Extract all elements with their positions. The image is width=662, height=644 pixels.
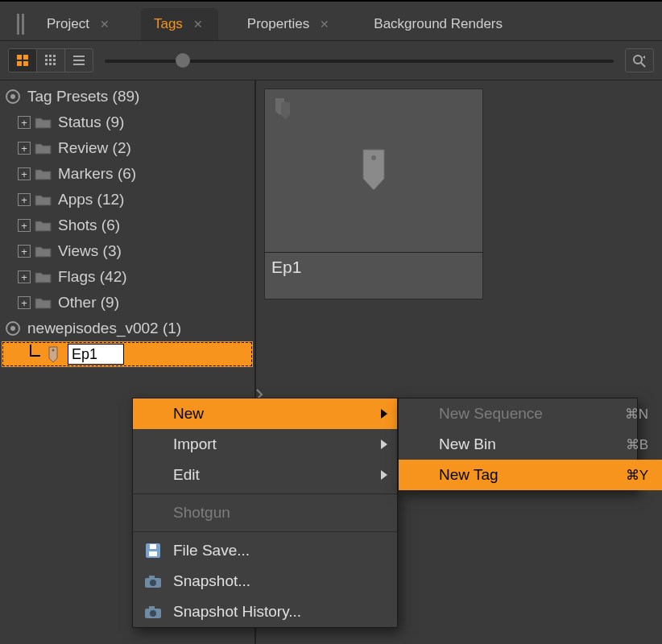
tab-properties[interactable]: Properties ✕ xyxy=(234,8,345,40)
tab-bar: Project ✕ Tags ✕ Properties ✕ Background… xyxy=(0,2,662,41)
tree-label: Status (9) xyxy=(58,114,124,131)
menu-file-save[interactable]: File Save... xyxy=(133,535,397,566)
tree-folder-status[interactable]: + Status (9) xyxy=(2,109,253,135)
tab-label: Properties xyxy=(247,16,309,32)
svg-point-31 xyxy=(150,580,156,586)
menu-shortcut: ⌘N xyxy=(625,406,648,423)
svg-point-34 xyxy=(150,610,156,617)
tab-background-renders[interactable]: Background Renders xyxy=(361,8,515,40)
disk-icon xyxy=(143,542,163,559)
svg-point-21 xyxy=(10,94,15,99)
menu-new[interactable]: New xyxy=(133,398,397,429)
tree-root-presets[interactable]: Tag Presets (89) xyxy=(2,84,253,109)
tree-label: Flags (42) xyxy=(58,268,127,286)
menu-shortcut: ⌘Y xyxy=(626,467,648,484)
tree-userfile[interactable]: newepisodes_v002 (1) xyxy=(2,316,253,341)
view-grid-small-button[interactable] xyxy=(37,49,65,72)
slider-thumb[interactable] xyxy=(176,53,190,68)
expander-icon[interactable]: + xyxy=(18,245,31,258)
svg-rect-12 xyxy=(45,63,48,65)
svg-rect-10 xyxy=(49,59,52,61)
tree-tag-ep1[interactable]: Ep1 xyxy=(2,341,253,367)
tag-tree[interactable]: Tag Presets (89) + Status (9) + Review (… xyxy=(0,80,254,370)
tab-label: Tags xyxy=(154,16,183,32)
tab-project[interactable]: Project ✕ xyxy=(34,8,125,40)
tree-elbow-icon xyxy=(27,345,43,364)
view-list-button[interactable] xyxy=(65,49,93,72)
folder-icon xyxy=(34,269,53,285)
menu-snapshot-history[interactable]: Snapshot History... xyxy=(133,597,397,627)
document-icon xyxy=(3,320,23,336)
folder-icon xyxy=(34,140,53,156)
tag-name-input[interactable]: Ep1 xyxy=(68,344,124,365)
camera-icon xyxy=(143,603,163,621)
thumbnail-label: Ep1 xyxy=(265,252,482,282)
camera-icon xyxy=(143,572,163,590)
toolbar xyxy=(0,41,662,80)
svg-rect-9 xyxy=(45,59,48,61)
folder-icon xyxy=(34,217,53,233)
expander-icon[interactable]: + xyxy=(18,116,31,129)
tree-folder-markers[interactable]: + Markers (6) xyxy=(2,161,253,187)
menu-new-tag[interactable]: New Tag ⌘Y xyxy=(399,460,662,490)
expander-icon[interactable]: + xyxy=(18,193,31,206)
tree-folder-views[interactable]: + Views (3) xyxy=(2,238,253,264)
view-grid-large-button[interactable] xyxy=(9,49,37,72)
tree-folder-flags[interactable]: + Flags (42) xyxy=(2,264,253,290)
svg-point-24 xyxy=(52,349,55,352)
svg-rect-15 xyxy=(73,56,85,57)
menu-label: New xyxy=(173,405,204,423)
tab-label: Project xyxy=(47,16,89,32)
expander-icon[interactable]: + xyxy=(18,142,31,155)
tree-folder-apps[interactable]: + Apps (12) xyxy=(2,187,253,213)
svg-rect-28 xyxy=(150,544,156,549)
close-icon[interactable]: ✕ xyxy=(317,17,332,31)
tree-label: Markers (6) xyxy=(58,165,136,183)
tree-folder-other[interactable]: + Other (9) xyxy=(2,290,253,316)
close-icon[interactable]: ✕ xyxy=(97,17,112,31)
svg-line-19 xyxy=(641,63,645,67)
svg-rect-8 xyxy=(53,55,56,57)
menu-shortcut: ⌘B xyxy=(626,436,648,453)
tab-tags[interactable]: Tags ✕ xyxy=(141,8,218,40)
svg-rect-5 xyxy=(23,61,28,66)
context-submenu-new[interactable]: New Sequence ⌘N New Bin ⌘B New Tag ⌘Y xyxy=(398,398,638,491)
tag-icon xyxy=(43,346,63,362)
svg-rect-0 xyxy=(17,14,19,35)
expander-icon[interactable]: + xyxy=(18,219,31,232)
menu-edit[interactable]: Edit xyxy=(133,460,397,490)
context-menu[interactable]: New Import Edit Shotgun File Save... Sna… xyxy=(132,398,398,628)
menu-label: File Save... xyxy=(173,542,250,559)
svg-rect-14 xyxy=(53,63,56,65)
svg-rect-6 xyxy=(45,55,48,57)
tag-icon xyxy=(271,96,299,123)
search-button[interactable] xyxy=(625,48,654,72)
menu-snapshot[interactable]: Snapshot... xyxy=(133,566,397,597)
tree-folder-review[interactable]: + Review (2) xyxy=(2,135,253,161)
thumbnail-size-slider[interactable] xyxy=(105,56,614,64)
menu-new-bin[interactable]: New Bin ⌘B xyxy=(399,429,662,460)
folder-icon xyxy=(34,114,53,130)
expander-icon[interactable]: + xyxy=(18,270,31,283)
tree-folder-shots[interactable]: + Shots (6) xyxy=(2,213,253,238)
menu-label: Snapshot History... xyxy=(173,603,301,621)
expander-icon[interactable]: + xyxy=(18,167,31,180)
menu-label: New Bin xyxy=(439,436,496,453)
close-icon[interactable]: ✕ xyxy=(191,17,205,31)
panel-drag-handle[interactable] xyxy=(11,8,31,40)
svg-rect-2 xyxy=(17,55,22,60)
menu-import[interactable]: Import xyxy=(133,429,397,460)
tree-label: Views (3) xyxy=(58,242,122,260)
list-icon xyxy=(72,54,85,67)
tree-label: Review (2) xyxy=(58,139,131,157)
folder-icon xyxy=(34,243,53,259)
tag-thumbnail-card[interactable]: Ep1 xyxy=(264,89,483,299)
expander-icon[interactable]: + xyxy=(18,296,31,309)
menu-separator xyxy=(133,531,397,532)
svg-rect-1 xyxy=(22,14,24,35)
menu-new-sequence: New Sequence ⌘N xyxy=(399,398,662,429)
menu-label: Edit xyxy=(173,466,200,484)
tree-label: Apps (12) xyxy=(58,191,124,208)
svg-rect-11 xyxy=(53,59,56,61)
tree-label: newepisodes_v002 (1) xyxy=(27,320,181,337)
